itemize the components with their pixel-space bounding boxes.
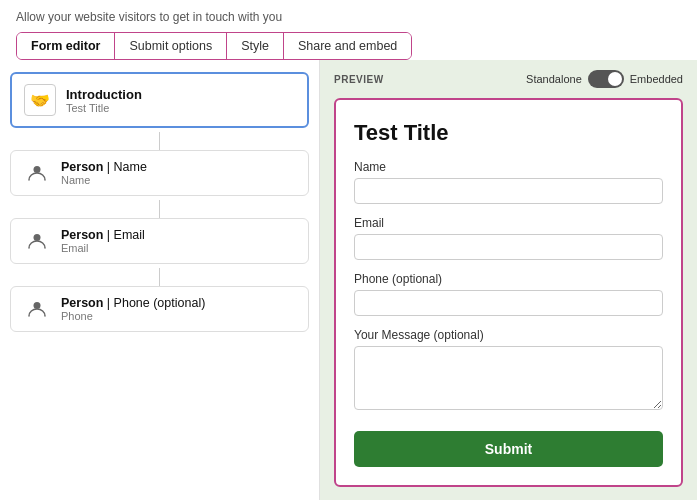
field-card-phone[interactable]: Person | Phone (optional) Phone	[10, 286, 309, 332]
field-label-phone: Phone (optional)	[354, 272, 663, 286]
intro-card-text: Introduction Test Title	[66, 87, 142, 114]
preview-header: PREVIEW Standalone Embedded	[334, 70, 683, 88]
main-content: 🤝 Introduction Test Title Person | Name …	[0, 60, 697, 500]
top-bar: Allow your website visitors to get in to…	[0, 0, 697, 60]
svg-point-1	[34, 234, 41, 241]
preview-toggle[interactable]	[588, 70, 624, 88]
field-name-sub: Name	[61, 174, 147, 186]
field-input-name[interactable]	[354, 178, 663, 204]
intro-card[interactable]: 🤝 Introduction Test Title	[10, 72, 309, 128]
field-card-email[interactable]: Person | Email Email	[10, 218, 309, 264]
preview-form-box: Test Title Name Email Phone (optional) Y…	[334, 98, 683, 487]
tab-submit-options[interactable]: Submit options	[115, 33, 227, 59]
tabs-row: Form editor Submit options Style Share a…	[16, 32, 412, 60]
field-name-title: Person | Name	[61, 160, 147, 174]
right-panel: PREVIEW Standalone Embedded Test Title N…	[320, 60, 697, 500]
field-phone-title: Person | Phone (optional)	[61, 296, 205, 310]
connector-2	[159, 200, 160, 218]
connector-3	[159, 268, 160, 286]
field-group-phone: Phone (optional)	[354, 272, 663, 316]
field-label-name: Name	[354, 160, 663, 174]
toggle-row: Standalone Embedded	[526, 70, 683, 88]
preview-label: PREVIEW	[334, 74, 384, 85]
subtitle: Allow your website visitors to get in to…	[16, 10, 681, 24]
field-input-email[interactable]	[354, 234, 663, 260]
tab-style[interactable]: Style	[227, 33, 284, 59]
toggle-standalone-label: Standalone	[526, 73, 582, 85]
field-input-message[interactable]	[354, 346, 663, 410]
field-group-name: Name	[354, 160, 663, 204]
field-group-email: Email	[354, 216, 663, 260]
person-icon-name	[23, 159, 51, 187]
svg-point-0	[34, 166, 41, 173]
field-label-email: Email	[354, 216, 663, 230]
field-name-text: Person | Name Name	[61, 160, 147, 186]
field-card-name[interactable]: Person | Name Name	[10, 150, 309, 196]
left-panel: 🤝 Introduction Test Title Person | Name …	[0, 60, 320, 500]
intro-card-sub: Test Title	[66, 102, 142, 114]
person-icon-email	[23, 227, 51, 255]
field-phone-sub: Phone	[61, 310, 205, 322]
tab-form-editor[interactable]: Form editor	[17, 33, 115, 59]
field-email-title: Person | Email	[61, 228, 145, 242]
field-group-message: Your Message (optional)	[354, 328, 663, 413]
field-email-sub: Email	[61, 242, 145, 254]
field-input-phone[interactable]	[354, 290, 663, 316]
svg-point-2	[34, 302, 41, 309]
submit-button[interactable]: Submit	[354, 431, 663, 467]
intro-card-title: Introduction	[66, 87, 142, 102]
form-title: Test Title	[354, 120, 663, 146]
field-email-text: Person | Email Email	[61, 228, 145, 254]
intro-icon: 🤝	[24, 84, 56, 116]
field-phone-text: Person | Phone (optional) Phone	[61, 296, 205, 322]
toggle-embedded-label: Embedded	[630, 73, 683, 85]
tab-share-embed[interactable]: Share and embed	[284, 33, 411, 59]
person-icon-phone	[23, 295, 51, 323]
connector-1	[159, 132, 160, 150]
field-label-message: Your Message (optional)	[354, 328, 663, 342]
